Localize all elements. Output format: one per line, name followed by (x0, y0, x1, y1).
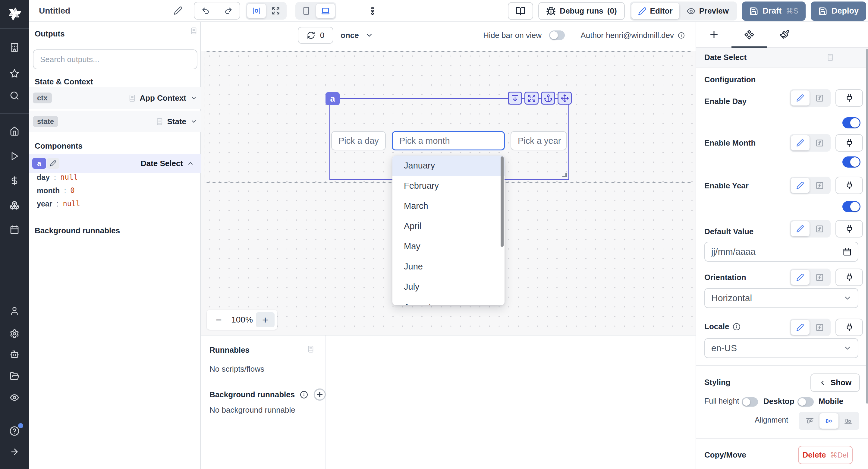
enable-year-toggle[interactable] (842, 201, 861, 212)
hide-bar-toggle[interactable] (549, 30, 565, 40)
rail-variables-icon[interactable] (0, 176, 29, 186)
month-option[interactable]: June (393, 256, 504, 277)
rail-collapse-icon[interactable] (0, 447, 29, 457)
component-row-date-select[interactable]: a Date Select (29, 154, 201, 173)
enable-day-toggle[interactable] (842, 117, 861, 128)
orientation-connect-button[interactable] (835, 269, 863, 286)
panel-scrollbar[interactable] (866, 49, 868, 404)
static-editor-button[interactable] (791, 178, 809, 193)
rail-audit-icon[interactable] (0, 393, 29, 402)
expand-down-handle[interactable] (508, 92, 522, 104)
debug-runs-button[interactable]: Debug runs (0) (538, 2, 624, 20)
preview-tab[interactable]: Preview (680, 3, 735, 19)
rail-settings-icon[interactable] (0, 329, 29, 339)
component-edit-icon[interactable] (47, 158, 59, 169)
add-background-runnable-button[interactable] (313, 388, 327, 401)
tab-component-settings[interactable] (732, 22, 767, 47)
styling-show-button[interactable]: Show (810, 373, 860, 392)
month-option[interactable]: May (393, 236, 504, 256)
orientation-select[interactable]: Horizontal (704, 288, 858, 308)
centered-layout-button[interactable] (247, 4, 266, 18)
refresh-count-button[interactable]: 0 (298, 27, 333, 44)
desktop-toggle[interactable] (798, 397, 814, 407)
more-menu-icon[interactable] (368, 6, 377, 16)
month-option[interactable]: April (393, 216, 504, 236)
info-icon[interactable] (733, 323, 741, 331)
full-height-toggle[interactable] (742, 397, 758, 407)
move-handle[interactable] (558, 92, 572, 104)
enable-month-connect-button[interactable] (835, 134, 863, 152)
rail-search-icon[interactable] (0, 91, 29, 100)
tab-insert-component[interactable] (696, 22, 732, 47)
runnables-doc-icon[interactable] (307, 345, 314, 353)
background-runnables-info-icon[interactable] (300, 390, 308, 399)
month-option[interactable]: March (393, 196, 504, 216)
anchor-handle[interactable] (541, 92, 555, 104)
enable-month-toggle[interactable] (842, 156, 861, 167)
expression-editor-button[interactable] (809, 139, 830, 147)
rail-help-icon[interactable] (0, 426, 29, 436)
editor-tab[interactable]: Editor (631, 3, 679, 19)
locale-connect-button[interactable] (835, 319, 863, 336)
align-center-button[interactable] (819, 413, 839, 429)
rail-workers-icon[interactable] (0, 349, 29, 359)
output-kv-month[interactable]: month : 0 (37, 184, 75, 197)
rail-schedules-icon[interactable] (0, 225, 29, 234)
state-output-row[interactable]: state State (29, 111, 201, 132)
expression-editor-button[interactable] (809, 94, 830, 102)
tab-styling[interactable] (767, 22, 802, 47)
app-canvas[interactable]: a Pick a day Pick a month Pick a year (201, 51, 695, 335)
redo-button[interactable] (217, 2, 240, 20)
month-option[interactable]: January (393, 156, 504, 176)
edit-title-icon[interactable] (174, 6, 183, 15)
month-option[interactable]: August (393, 297, 504, 305)
undo-button[interactable] (194, 2, 217, 20)
pick-month-input[interactable]: Pick a month (392, 131, 505, 150)
rail-runs-icon[interactable] (0, 151, 29, 161)
dropdown-scrollbar[interactable] (501, 156, 504, 247)
locale-select[interactable]: en-US (704, 338, 858, 358)
pick-year-input[interactable]: Pick a year (510, 131, 567, 150)
rail-favorites-icon[interactable] (0, 69, 29, 79)
rail-users-icon[interactable] (0, 306, 29, 316)
resize-handle[interactable] (562, 173, 567, 177)
enable-day-connect-button[interactable] (835, 89, 863, 107)
static-editor-button[interactable] (791, 135, 809, 150)
rail-home-icon[interactable] (0, 126, 29, 136)
expression-editor-button[interactable] (809, 273, 830, 282)
rail-workspace-icon[interactable] (0, 42, 29, 52)
deploy-button[interactable]: Deploy (811, 1, 866, 21)
output-kv-year[interactable]: year : null (37, 197, 80, 210)
outputs-doc-icon[interactable] (190, 27, 197, 35)
rail-folders-icon[interactable] (0, 371, 29, 381)
chevron-down-icon[interactable] (190, 94, 197, 101)
static-editor-button[interactable] (791, 221, 809, 236)
rail-resources-icon[interactable] (0, 200, 29, 210)
refresh-interval-select[interactable]: once (341, 27, 373, 44)
chevron-down-icon[interactable] (190, 118, 197, 125)
output-kv-day[interactable]: day : null (37, 170, 78, 184)
default-value-connect-button[interactable] (835, 220, 863, 238)
windmill-logo[interactable] (0, 7, 29, 21)
static-editor-button[interactable] (791, 90, 809, 105)
expression-editor-button[interactable] (809, 182, 830, 190)
static-editor-button[interactable] (791, 320, 809, 335)
pick-day-input[interactable]: Pick a day (331, 131, 386, 150)
zoom-out-button[interactable]: − (210, 312, 228, 327)
info-icon[interactable] (678, 32, 685, 39)
ctx-output-row[interactable]: ctx App Context (29, 87, 201, 109)
chevron-up-icon[interactable] (187, 160, 194, 167)
expression-editor-button[interactable] (809, 323, 830, 332)
month-option[interactable]: July (393, 277, 504, 297)
search-outputs-input[interactable] (33, 50, 197, 69)
draft-button[interactable]: Draft ⌘S (742, 1, 806, 21)
delete-component-button[interactable]: Delete ⌘Del (798, 446, 852, 464)
zoom-in-button[interactable]: + (256, 312, 275, 327)
calendar-icon[interactable] (843, 247, 852, 256)
desktop-view-button[interactable] (316, 4, 335, 18)
mobile-view-button[interactable] (297, 4, 315, 18)
month-option[interactable]: February (393, 176, 504, 196)
align-bottom-button[interactable] (838, 413, 858, 429)
expression-editor-button[interactable] (809, 225, 830, 233)
fullsize-handle[interactable] (524, 92, 538, 104)
